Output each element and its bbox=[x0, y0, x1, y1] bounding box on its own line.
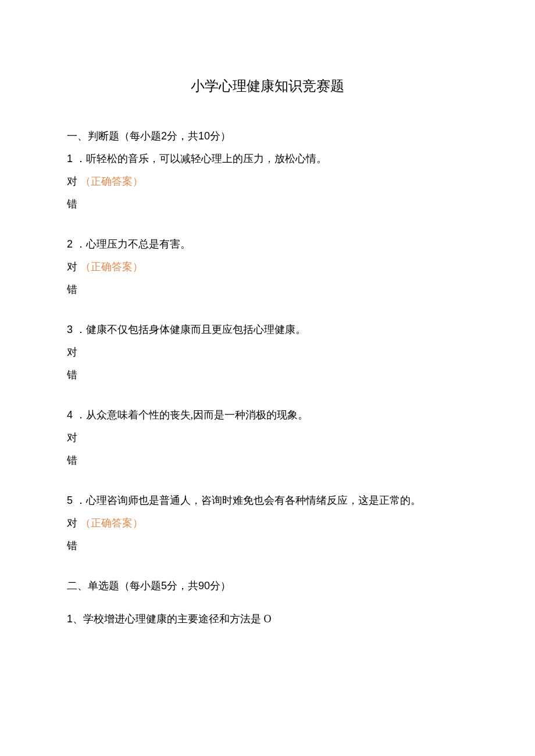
question-5: 5 ．心理咨询师也是普通人，咨询时难免也会有各种情绪反应，这是正常的。 bbox=[67, 493, 468, 508]
question-1: 1 ．听轻松的音乐，可以减轻心理上的压力，放松心情。 bbox=[67, 151, 468, 167]
section-1-mid: 分，共 bbox=[167, 130, 198, 142]
question-2-text: ．心理压力不总是有害。 bbox=[73, 238, 191, 250]
q2-correct-answer: （正确答案） bbox=[80, 261, 143, 273]
q5-correct-answer: （正确答案） bbox=[80, 517, 143, 529]
question-4-number: 4 bbox=[67, 409, 73, 421]
section-1-total: 10 bbox=[198, 130, 210, 142]
document-title: 小学心理健康知识竞赛题 bbox=[67, 76, 468, 96]
section-2-prefix: 二、单选题（每小题 bbox=[67, 580, 161, 592]
q1-true-label: 对 bbox=[67, 175, 80, 187]
section-2-question-1: 1、学校增进心理健康的主要途径和方法是 O bbox=[67, 611, 468, 627]
question-1-option-true: 对 （正确答案） bbox=[67, 174, 468, 189]
section-2-mid: 分，共 bbox=[167, 580, 198, 592]
section-1-prefix: 一、判断题（每小题 bbox=[67, 130, 161, 142]
question-2: 2 ．心理压力不总是有害。 bbox=[67, 237, 468, 252]
section-2-total: 90 bbox=[198, 580, 210, 592]
question-5-option-false: 错 bbox=[67, 538, 468, 554]
section-1-points: 2 bbox=[161, 130, 167, 142]
q5-true-label: 对 bbox=[67, 517, 80, 529]
question-3: 3 ．健康不仅包括身体健康而且更应包括心理健康。 bbox=[67, 322, 468, 338]
question-4: 4 ．从众意味着个性的丧失,因而是一种消极的现象。 bbox=[67, 407, 468, 423]
question-3-option-false: 错 bbox=[67, 367, 468, 383]
s2-question-1-text: 、学校增进心理健康的主要途径和方法是 O bbox=[73, 613, 272, 625]
document-page: 小学心理健康知识竞赛题 一、判断题（每小题2分，共10分） 1 ．听轻松的音乐，… bbox=[0, 0, 535, 669]
q1-correct-answer: （正确答案） bbox=[80, 175, 143, 187]
question-4-text: ．从众意味着个性的丧失,因而是一种消极的现象。 bbox=[73, 409, 308, 421]
section-2-header: 二、单选题（每小题5分，共90分） bbox=[67, 578, 468, 594]
section-2-suffix: 分） bbox=[210, 580, 231, 592]
question-4-option-true: 对 bbox=[67, 430, 468, 446]
question-5-number: 5 bbox=[67, 495, 73, 506]
question-5-option-true: 对 （正确答案） bbox=[67, 515, 468, 531]
q2-true-label: 对 bbox=[67, 261, 80, 273]
question-3-text: ．健康不仅包括身体健康而且更应包括心理健康。 bbox=[73, 324, 306, 335]
question-3-option-true: 对 bbox=[67, 345, 468, 360]
question-2-option-false: 错 bbox=[67, 282, 468, 298]
section-1-suffix: 分） bbox=[210, 130, 231, 142]
question-2-number: 2 bbox=[67, 238, 73, 250]
question-2-option-true: 对 （正确答案） bbox=[67, 259, 468, 275]
question-1-option-false: 错 bbox=[67, 196, 468, 212]
s2-question-1-number: 1 bbox=[67, 613, 73, 625]
question-1-text: ．听轻松的音乐，可以减轻心理上的压力，放松心情。 bbox=[73, 153, 327, 164]
question-5-text: ．心理咨询师也是普通人，咨询时难免也会有各种情绪反应，这是正常的。 bbox=[73, 495, 421, 506]
question-4-option-false: 错 bbox=[67, 453, 468, 468]
question-3-number: 3 bbox=[67, 324, 73, 335]
section-1-header: 一、判断题（每小题2分，共10分） bbox=[67, 128, 468, 144]
section-2-points: 5 bbox=[161, 580, 167, 592]
question-1-number: 1 bbox=[67, 153, 73, 164]
